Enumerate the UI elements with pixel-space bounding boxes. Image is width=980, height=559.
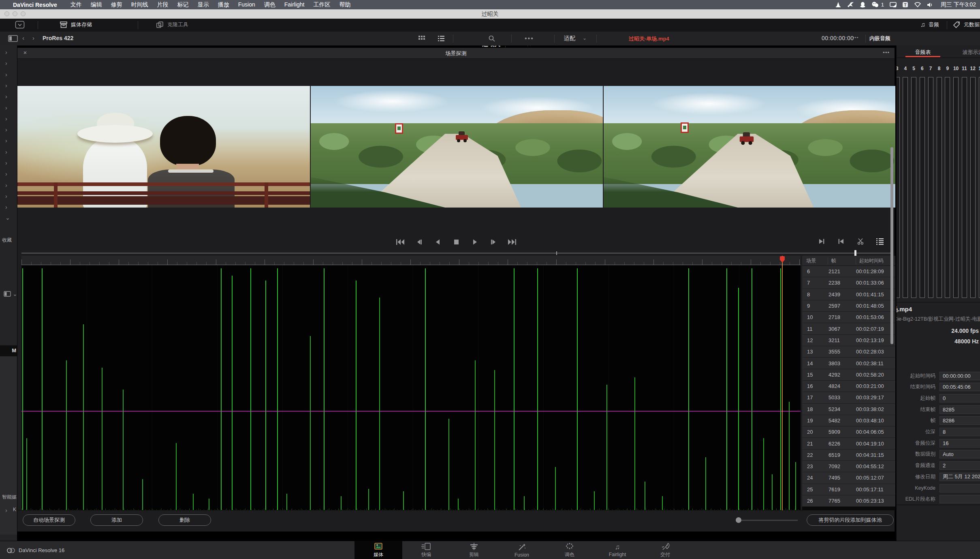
media-storage-button[interactable]: 媒体存储 [60, 21, 92, 28]
chevron-right-icon[interactable]: › [5, 204, 7, 210]
metadata-field-value[interactable]: 周二 5月 12 2020 2 [939, 473, 980, 481]
metadata-field-value[interactable]: 8285 [939, 405, 980, 414]
metadata-field-value[interactable]: 8 [939, 428, 980, 436]
add-button[interactable]: 添加 [90, 514, 143, 526]
chevron-right-icon[interactable]: › [5, 127, 7, 133]
metadata-field-value[interactable] [939, 484, 980, 493]
chevron-right-icon[interactable]: › [5, 83, 7, 88]
scene-table-row[interactable]: 14380300:02:38:11 [802, 358, 895, 369]
menu-item[interactable]: 调色 [264, 1, 275, 9]
vlc-icon[interactable] [835, 2, 841, 8]
chevron-right-icon[interactable]: › [5, 49, 7, 55]
metadata-field-value[interactable]: 0 [939, 394, 980, 403]
back-arrow[interactable]: ‹ [22, 34, 24, 41]
scene-table-row[interactable]: 25761900:05:17:11 [802, 484, 895, 495]
list-view-icon[interactable] [438, 35, 445, 42]
scroll-handle[interactable] [854, 250, 856, 256]
previous-frame-button[interactable] [413, 236, 425, 248]
metadata-field-value[interactable]: 00:00:00:00 [939, 372, 980, 380]
scene-table-row[interactable]: 13355500:02:28:03 [802, 346, 895, 358]
chevron-right-icon[interactable]: › [5, 182, 7, 188]
chevron-right-icon[interactable]: › [5, 105, 7, 111]
thumbnail-view-icon[interactable] [418, 35, 425, 42]
sidebar-toggle-icon[interactable] [8, 35, 18, 42]
scene-detection-graph[interactable] [21, 265, 801, 511]
scene-table-row[interactable]: 16482400:03:21:00 [802, 381, 895, 392]
chevron-right-icon[interactable]: › [5, 508, 7, 513]
next-cut-button[interactable] [816, 236, 827, 246]
next-frame-button[interactable] [487, 236, 500, 248]
scene-table-row[interactable]: 7223800:01:33:06 [802, 277, 895, 289]
page-deliver[interactable]: 交付 [641, 541, 689, 559]
timeline-ruler[interactable] [21, 256, 801, 265]
scene-table-row[interactable]: 23709200:04:55:12 [802, 461, 895, 472]
scene-table-row[interactable]: 12321100:02:13:19 [802, 335, 895, 346]
column-header-scene[interactable]: 场景 [802, 257, 828, 264]
chevron-down-icon[interactable]: ⌄ [583, 35, 587, 41]
scene-table-row[interactable]: 24749500:05:12:07 [802, 472, 895, 484]
display-icon[interactable] [890, 2, 897, 8]
column-header-frame[interactable]: 帧 [828, 257, 856, 264]
chevron-right-icon[interactable]: › [5, 60, 7, 66]
forward-arrow[interactable]: › [32, 34, 34, 41]
chevron-right-icon[interactable]: › [5, 171, 7, 177]
wechat-icon[interactable] [871, 2, 879, 8]
more-options-icon[interactable]: ••• [853, 35, 859, 40]
playhead-marker[interactable] [780, 256, 785, 262]
cut-list-toggle-icon[interactable] [874, 236, 886, 246]
scene-table-row[interactable]: 11306700:02:07:19 [802, 323, 895, 334]
auto-scene-detect-button[interactable]: 自动场景探测 [23, 514, 75, 526]
chevron-down-icon[interactable]: ⌄ [13, 291, 17, 297]
page-color[interactable]: 调色 [546, 541, 594, 559]
chevron-right-icon[interactable]: › [5, 193, 7, 199]
sensitivity-slider-handle[interactable] [736, 517, 741, 523]
column-header-start-timecode[interactable]: 起始时间码 [856, 257, 895, 264]
scene-table-row[interactable]: 9259700:01:48:05 [802, 300, 895, 312]
bin-list-toggle-icon[interactable] [4, 291, 11, 297]
volume-icon[interactable] [927, 2, 933, 8]
clone-tool-button[interactable]: 克隆工具 [156, 21, 188, 28]
page-fairlight[interactable]: ♫ Fairlight [594, 541, 641, 559]
chevron-down-icon[interactable]: ⌄ [5, 215, 10, 221]
scene-table-row[interactable]: 20590900:04:06:05 [802, 426, 895, 438]
page-media[interactable]: 媒体 [354, 541, 402, 559]
playhead-line[interactable] [782, 256, 783, 510]
media-storage-panel-toggle[interactable] [15, 21, 25, 29]
menu-item[interactable]: 时间线 [131, 1, 148, 9]
chevron-right-icon[interactable]: › [5, 116, 7, 122]
menu-item[interactable]: Fusion [238, 1, 255, 9]
page-edit[interactable]: 剪辑 [450, 541, 498, 559]
chevron-right-icon[interactable]: › [5, 72, 7, 77]
metadata-field-value[interactable]: 8286 [939, 416, 980, 425]
metadata-field-value[interactable]: 00:05:45:06 [939, 383, 980, 391]
scene-table-row[interactable]: 15429200:02:58:20 [802, 369, 895, 381]
delete-button[interactable]: 删除 [158, 514, 211, 526]
play-button[interactable] [469, 236, 481, 248]
menu-item[interactable]: 帮助 [339, 1, 351, 9]
menu-item[interactable]: 播放 [218, 1, 229, 9]
search-icon[interactable] [488, 35, 495, 42]
scene-table-row[interactable]: 21622600:04:19:10 [802, 438, 895, 449]
stop-button[interactable] [450, 236, 462, 248]
threshold-line[interactable] [21, 411, 801, 411]
metadata-field-value[interactable]: 2 [939, 461, 980, 470]
sensitivity-slider-track[interactable] [739, 520, 798, 521]
input-source-icon[interactable]: T [902, 2, 908, 8]
sidebar-item-k[interactable]: K [13, 507, 16, 512]
cut-scissors-icon[interactable] [855, 236, 866, 246]
wifi-icon[interactable] [914, 2, 921, 7]
app-menu-name[interactable]: DaVinci Resolve [13, 2, 57, 8]
tab-audio-meters[interactable]: 音频表 [897, 45, 949, 58]
audio-panel-button[interactable]: ♫ 音频 [920, 21, 939, 28]
chevron-right-icon[interactable]: › [5, 94, 7, 99]
table-scrollbar[interactable] [890, 147, 893, 344]
metadata-field-value[interactable]: 16 [939, 439, 980, 448]
scene-table-row[interactable]: 22651900:04:31:15 [802, 450, 895, 461]
chevron-right-icon[interactable]: › [5, 138, 7, 143]
scene-table-row[interactable]: 17503300:03:29:17 [802, 392, 895, 403]
scene-table-row[interactable]: 19548200:03:48:10 [802, 415, 895, 426]
menu-item[interactable]: 显示 [198, 1, 209, 9]
tab-waveform-scope[interactable]: 波形示波器 [949, 45, 980, 58]
sidebar-item-master[interactable]: M [0, 345, 17, 356]
menu-item[interactable]: 标记 [177, 1, 189, 9]
